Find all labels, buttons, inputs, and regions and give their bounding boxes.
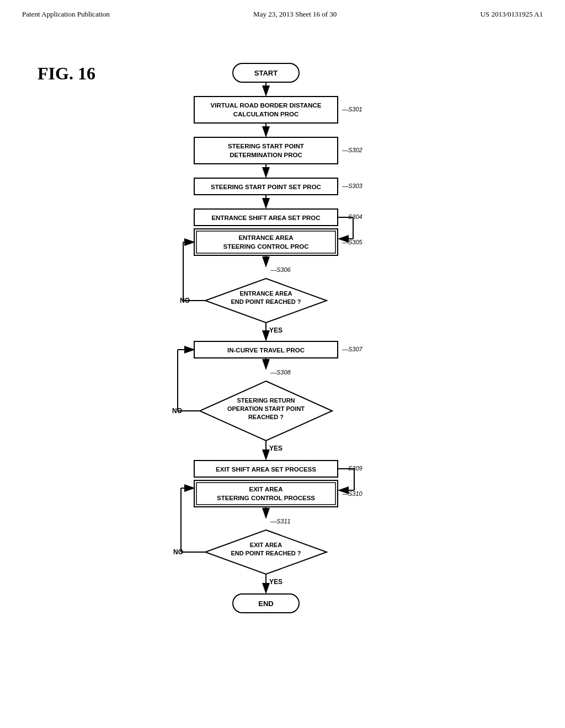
svg-text:—S302: —S302 xyxy=(342,147,363,153)
svg-text:IN-CURVE TRAVEL PROC: IN-CURVE TRAVEL PROC xyxy=(227,347,305,354)
svg-text:EXIT SHIFT AREA SET PROCESS: EXIT SHIFT AREA SET PROCESS xyxy=(216,466,316,473)
svg-text:DETERMINATION PROC: DETERMINATION PROC xyxy=(230,152,302,158)
svg-text:ENTRANCE AREA: ENTRANCE AREA xyxy=(238,234,293,241)
page-header: Patent Application Publication May 23, 2… xyxy=(0,0,565,24)
svg-text:END: END xyxy=(258,599,273,608)
svg-text:START: START xyxy=(254,69,278,77)
header-left: Patent Application Publication xyxy=(22,10,110,19)
header-right: US 2013/0131925 A1 xyxy=(481,10,543,19)
svg-text:OPERATION START POINT: OPERATION START POINT xyxy=(227,405,305,412)
svg-text:EXIT AREA: EXIT AREA xyxy=(250,542,282,548)
svg-text:—S311: —S311 xyxy=(270,518,291,524)
svg-rect-10 xyxy=(194,137,338,164)
svg-text:—S301: —S301 xyxy=(342,106,363,113)
svg-text:—S308: —S308 xyxy=(270,369,291,376)
header-center: May 23, 2013 Sheet 16 of 30 xyxy=(253,10,337,19)
svg-text:STEERING CONTROL PROCESS: STEERING CONTROL PROCESS xyxy=(217,495,315,501)
svg-text:STEERING CONTROL PROC: STEERING CONTROL PROC xyxy=(223,243,308,250)
svg-text:VIRTUAL ROAD BORDER DISTANCE: VIRTUAL ROAD BORDER DISTANCE xyxy=(211,102,322,109)
svg-text:YES: YES xyxy=(269,445,282,452)
svg-text:—S305: —S305 xyxy=(342,239,363,245)
svg-text:YES: YES xyxy=(269,578,282,586)
svg-text:ENTRANCE AREA: ENTRANCE AREA xyxy=(240,290,292,297)
svg-text:STEERING START POINT: STEERING START POINT xyxy=(228,143,304,149)
svg-rect-62 xyxy=(194,480,338,507)
svg-text:REACHED ?: REACHED ? xyxy=(248,414,284,420)
svg-text:YES: YES xyxy=(269,326,282,334)
svg-rect-25 xyxy=(194,229,338,255)
svg-text:STEERING RETURN: STEERING RETURN xyxy=(237,397,295,404)
flowchart: START VIRTUAL ROAD BORDER DISTANCE CALCU… xyxy=(139,52,426,705)
svg-text:—S306: —S306 xyxy=(270,266,291,273)
svg-text:—S303: —S303 xyxy=(342,183,363,189)
svg-text:ENTRANCE SHIFT AREA SET PROC: ENTRANCE SHIFT AREA SET PROC xyxy=(211,215,320,221)
svg-text:CALCULATION PROC: CALCULATION PROC xyxy=(233,111,299,117)
svg-text:—S310: —S310 xyxy=(342,490,363,497)
figure-label: FIG. 16 xyxy=(38,63,95,84)
svg-rect-5 xyxy=(194,97,338,123)
svg-text:—S307: —S307 xyxy=(342,346,363,352)
svg-text:END POINT REACHED ?: END POINT REACHED ? xyxy=(231,298,301,305)
svg-text:STEERING START POINT SET PROC: STEERING START POINT SET PROC xyxy=(211,184,321,190)
flowchart-svg: START VIRTUAL ROAD BORDER DISTANCE CALCU… xyxy=(139,52,426,703)
svg-text:END POINT REACHED ?: END POINT REACHED ? xyxy=(231,550,301,556)
svg-text:EXIT AREA: EXIT AREA xyxy=(249,486,283,493)
